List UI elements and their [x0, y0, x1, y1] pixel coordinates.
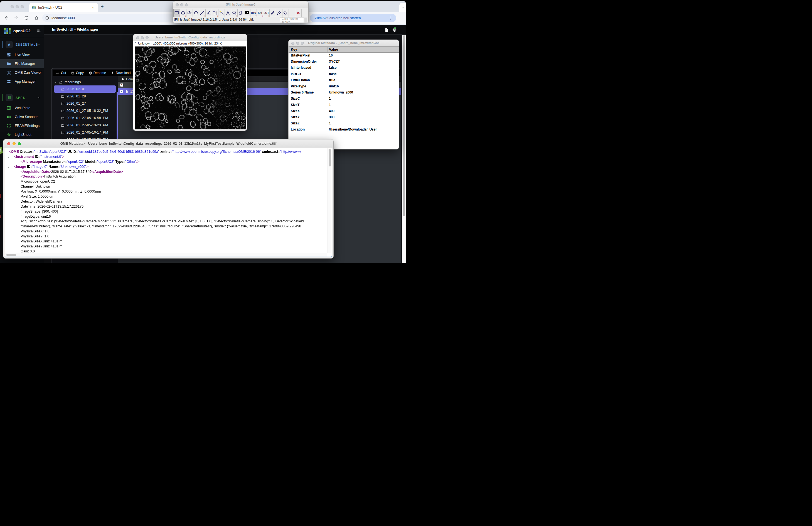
window-minimize-button[interactable] [296, 42, 299, 45]
select-all-checkbox[interactable] [120, 84, 123, 87]
site-info-icon[interactable] [45, 16, 49, 20]
metadata-row: SizeT1 [289, 102, 398, 108]
window-minimize-button[interactable] [141, 36, 144, 39]
cut-button[interactable]: Cut [56, 71, 66, 75]
status-dot [394, 27, 396, 29]
window-close-button[interactable] [136, 36, 139, 39]
sidebar-item-galvo-scanner[interactable]: Galvo Scanner [0, 113, 44, 121]
sidebar-item-live-view[interactable]: Live View [0, 50, 44, 59]
window-close-button[interactable] [11, 5, 14, 8]
sidebar-section-apps[interactable]: APPS [0, 94, 44, 101]
sidebar-item-ome-zarr-viewer[interactable]: OME-Zarr Viewer [0, 68, 44, 77]
xml-line[interactable]: ∨<Instrument ID="Instrument:0"> [5, 155, 327, 159]
tree-collapse-icon[interactable]: ∨ [8, 155, 10, 159]
folder-row[interactable]: 2026_01_27 [54, 100, 116, 107]
tool-oval-select-tool[interactable]: ▾ [180, 9, 186, 17]
tool-dev-tool[interactable]: Dev▾ [250, 9, 257, 17]
metadata-titlebar[interactable]: Original Metadata - _Users_bene_ImSwitch… [289, 40, 399, 46]
tool-blank[interactable] [289, 9, 295, 17]
viewer-titlebar[interactable]: _Users_bene_ImSwitchConfig_data_recordin… [133, 34, 247, 41]
tool-rect-select-tool[interactable]: ▾ [173, 9, 180, 17]
tool-pencil-tool[interactable] [270, 9, 276, 17]
tab-search-button[interactable] [399, 3, 406, 12]
window-zoom-button[interactable] [185, 3, 188, 6]
tool-polygon-select-tool[interactable] [186, 9, 193, 17]
tool-wand-tool[interactable] [218, 9, 225, 17]
tool-fill-tool[interactable] [282, 9, 289, 17]
xml-line: PhysicalSizeYUnit: #181;m [5, 244, 327, 249]
folder-row[interactable]: 2026_01_27-05-16-58_PM [54, 114, 116, 122]
window-close-button[interactable] [7, 142, 10, 145]
xml-line[interactable]: ∨<Image ID="Image:0" Name="Unknown_z000"… [5, 164, 327, 170]
copy-button[interactable]: Copy [71, 71, 84, 75]
sidebar-item-well-plate[interactable]: Well Plate [0, 104, 44, 113]
tool-color-picker-tool[interactable] [244, 9, 250, 17]
folder-row[interactable]: 2026_02_01 [54, 85, 116, 93]
window-minimize-button[interactable] [180, 3, 183, 6]
tool-text-tool[interactable] [224, 9, 231, 17]
tree-root-recordings[interactable]: recordings [52, 79, 118, 85]
tool-brush-tool[interactable] [276, 9, 282, 17]
browser-tab[interactable]: ImSwitch - UC2 × [29, 3, 98, 12]
tool-freehand-select-tool[interactable] [192, 9, 199, 17]
imagej-search-grip[interactable] [304, 17, 307, 23]
folder-closed-icon [61, 102, 64, 105]
ome-vertical-scrollbar[interactable] [328, 148, 332, 253]
live-view-icon [7, 53, 11, 57]
imagej-titlebar[interactable]: (Fiji Is Just) ImageJ [173, 1, 308, 8]
file-checkbox[interactable] [120, 90, 123, 93]
scrollbar-thumb[interactable] [6, 254, 16, 256]
tool-angle-tool[interactable] [205, 9, 212, 17]
new-tab-button[interactable]: + [101, 4, 104, 10]
window-zoom-button[interactable] [146, 36, 149, 39]
metadata-row: SizeC1 [289, 96, 398, 102]
window-minimize-button[interactable] [13, 142, 16, 145]
sidebar-item-app-manager[interactable]: App Manager [0, 77, 44, 86]
sd-card-icon[interactable] [384, 28, 389, 32]
folder-row[interactable]: 2026_01_27-05-10-17_PM [54, 129, 116, 136]
address-bar[interactable]: localhost:3000 [42, 14, 175, 22]
window-zoom-button[interactable] [20, 5, 24, 8]
folder-row[interactable]: 2026_01_27-05-18-32_PM [54, 107, 116, 114]
more-tools-icon: ≫ [295, 10, 301, 16]
imagej-search-field[interactable]: Click here to search [280, 17, 304, 23]
window-zoom-button[interactable] [18, 142, 21, 145]
rename-button[interactable]: Rename [88, 71, 106, 75]
window-close-button[interactable] [291, 42, 294, 45]
download-button[interactable]: Download [111, 71, 131, 75]
window-close-button[interactable] [176, 3, 179, 6]
tool-lut-tool[interactable]: LUT▾ [263, 9, 270, 17]
page-scrollbar[interactable] [402, 35, 406, 263]
sidebar-collapse-icon[interactable] [37, 29, 41, 33]
tool-point-tool[interactable]: ▾ [212, 9, 218, 17]
window-minimize-button[interactable] [16, 5, 19, 8]
page-scrollbar-thumb[interactable] [403, 35, 405, 216]
tool-stk-tool[interactable]: Stk▾ [257, 9, 263, 17]
tool-more-tools[interactable]: ≫ [295, 9, 302, 17]
forward-button[interactable] [14, 15, 19, 20]
tab-close-icon[interactable]: × [91, 5, 95, 10]
folder-row[interactable]: 2026_01_27-05-13-23_PM [54, 122, 116, 129]
back-button[interactable] [4, 15, 9, 20]
tool-hand-tool[interactable] [237, 9, 244, 17]
ome-horizontal-scrollbar[interactable] [5, 253, 327, 257]
tool-line-tool[interactable]: ▾ [199, 9, 206, 17]
scrollbar-thumb[interactable] [329, 149, 331, 166]
metadata-value: uint16 [329, 84, 339, 88]
folder-row[interactable]: 2026_01_28 [54, 93, 116, 100]
tool-zoom-tool[interactable]: ▾ [231, 9, 238, 17]
ome-titlebar[interactable]: OME Metadata - _Users_bene_ImSwitchConfi… [3, 140, 333, 148]
folder-name: 2026_01_27-05-13-23_PM [67, 123, 108, 127]
home-button[interactable] [34, 15, 39, 20]
window-zoom-button[interactable] [301, 42, 304, 45]
restart-to-update-button[interactable]: Zum Aktualisieren neu starten ⋮ [310, 14, 396, 22]
sidebar-section-essentials[interactable]: ESSENTIALS [0, 41, 44, 48]
kebab-menu-icon[interactable]: ⋮ [389, 16, 392, 20]
reload-button[interactable] [24, 15, 29, 20]
tree-collapse-icon[interactable]: ∨ [8, 164, 10, 170]
sidebar-item-file-manager[interactable]: File Manager [0, 59, 44, 68]
sidebar-item-lightsheet[interactable]: 3DLightSheet [0, 130, 44, 139]
polygon-select-tool-icon [187, 10, 192, 16]
microscopy-image[interactable] [135, 46, 246, 129]
sidebar-item-framesettings[interactable]: FRAMESettings [0, 121, 44, 130]
